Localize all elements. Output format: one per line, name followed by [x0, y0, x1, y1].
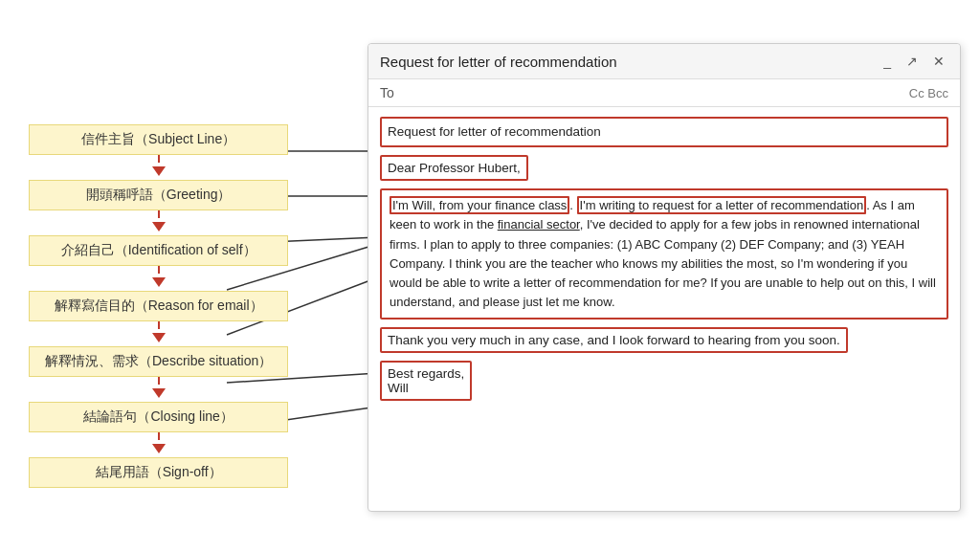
- label-closing: 結論語句（Closing line）: [29, 402, 288, 432]
- label-reason: 解釋寫信目的（Reason for email）: [29, 291, 288, 321]
- closing-field[interactable]: Thank you very much in any case, and I l…: [380, 327, 848, 353]
- label-signoff: 結尾用語（Sign-off）: [29, 457, 288, 488]
- email-body: Request for letter of recommendation Dea…: [368, 107, 960, 511]
- email-window-title: Request for letter of recommendation: [380, 54, 617, 70]
- signoff-line1: Best regards,: [388, 366, 464, 381]
- highlight-identification: I'm Will, from your finance class: [390, 196, 569, 214]
- signoff-line2: Will: [388, 381, 409, 395]
- close-button[interactable]: ✕: [929, 52, 948, 71]
- to-row: To Cc Bcc: [368, 79, 960, 107]
- email-window: Request for letter of recommendation _ ↗…: [368, 43, 961, 512]
- label-identification: 介紹自己（Identification of self）: [29, 235, 288, 266]
- cc-bcc-links[interactable]: Cc Bcc: [909, 86, 948, 100]
- to-label: To: [380, 85, 394, 100]
- maximize-button[interactable]: ↗: [902, 52, 922, 71]
- minimize-button[interactable]: _: [880, 52, 895, 71]
- greeting-field[interactable]: Dear Professor Hubert,: [380, 155, 528, 181]
- signoff-field: Best regards, Will: [380, 361, 472, 401]
- subject-field[interactable]: Request for letter of recommendation: [380, 117, 948, 147]
- label-greeting: 開頭稱呼語（Greeting）: [29, 180, 288, 210]
- financial-sector-text: financial sector: [498, 217, 580, 231]
- body-field[interactable]: I'm Will, from your finance class. I'm w…: [380, 188, 948, 320]
- window-controls: _ ↗ ✕: [880, 52, 948, 71]
- label-subject: 信件主旨（Subject Line）: [29, 124, 288, 155]
- email-titlebar: Request for letter of recommendation _ ↗…: [368, 44, 960, 79]
- highlight-reason: I'm writing to request for a letter of r…: [577, 196, 867, 214]
- label-describe: 解釋情況、需求（Describe situation）: [29, 346, 288, 377]
- labels-panel: 信件主旨（Subject Line） 開頭稱呼語（Greeting） 介紹自己（…: [29, 124, 288, 488]
- to-input[interactable]: [402, 85, 909, 100]
